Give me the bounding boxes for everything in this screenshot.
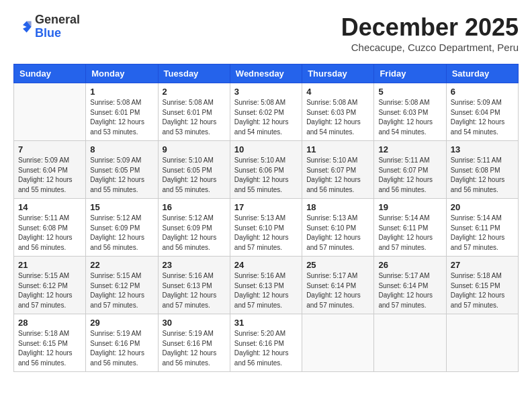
calendar-cell: 9Sunrise: 5:10 AM Sunset: 6:05 PM Daylig…: [158, 141, 230, 199]
calendar-cell: [302, 314, 374, 372]
cell-info: Sunrise: 5:14 AM Sunset: 6:11 PM Dayligh…: [451, 214, 514, 253]
day-number: 3: [234, 87, 298, 97]
cell-info: Sunrise: 5:08 AM Sunset: 6:03 PM Dayligh…: [378, 98, 441, 137]
calendar-cell: 11Sunrise: 5:10 AM Sunset: 6:07 PM Dayli…: [302, 141, 374, 199]
calendar-cell: [374, 314, 446, 372]
cell-info: Sunrise: 5:10 AM Sunset: 6:05 PM Dayligh…: [163, 156, 226, 195]
day-number: 19: [378, 202, 441, 212]
cell-info: Sunrise: 5:15 AM Sunset: 6:12 PM Dayligh…: [90, 271, 153, 310]
cell-info: Sunrise: 5:15 AM Sunset: 6:12 PM Dayligh…: [18, 271, 81, 310]
column-header-tuesday: Tuesday: [158, 64, 230, 83]
day-number: 14: [18, 202, 81, 212]
cell-info: Sunrise: 5:11 AM Sunset: 6:08 PM Dayligh…: [18, 214, 81, 253]
day-number: 22: [90, 260, 153, 270]
calendar-week-row: 28Sunrise: 5:18 AM Sunset: 6:15 PM Dayli…: [14, 314, 519, 372]
cell-info: Sunrise: 5:08 AM Sunset: 6:03 PM Dayligh…: [306, 98, 369, 137]
cell-info: Sunrise: 5:13 AM Sunset: 6:10 PM Dayligh…: [306, 214, 369, 253]
day-number: 15: [90, 202, 153, 212]
calendar-cell: 8Sunrise: 5:09 AM Sunset: 6:05 PM Daylig…: [86, 141, 158, 199]
cell-info: Sunrise: 5:17 AM Sunset: 6:14 PM Dayligh…: [378, 271, 441, 310]
calendar-cell: 12Sunrise: 5:11 AM Sunset: 6:07 PM Dayli…: [374, 141, 446, 199]
column-header-monday: Monday: [86, 64, 158, 83]
cell-info: Sunrise: 5:18 AM Sunset: 6:15 PM Dayligh…: [451, 271, 514, 310]
calendar-cell: 2Sunrise: 5:08 AM Sunset: 6:01 PM Daylig…: [158, 83, 230, 141]
cell-info: Sunrise: 5:09 AM Sunset: 6:04 PM Dayligh…: [451, 98, 514, 137]
day-number: 11: [306, 144, 369, 154]
day-number: 2: [163, 87, 226, 97]
calendar-cell: 18Sunrise: 5:13 AM Sunset: 6:10 PM Dayli…: [302, 199, 374, 257]
cell-info: Sunrise: 5:17 AM Sunset: 6:14 PM Dayligh…: [306, 271, 369, 310]
day-number: 24: [234, 260, 298, 270]
cell-info: Sunrise: 5:08 AM Sunset: 6:01 PM Dayligh…: [163, 98, 226, 137]
cell-info: Sunrise: 5:13 AM Sunset: 6:10 PM Dayligh…: [234, 214, 298, 253]
day-number: 16: [163, 202, 226, 212]
day-number: 4: [306, 87, 369, 97]
cell-info: Sunrise: 5:19 AM Sunset: 6:16 PM Dayligh…: [163, 329, 226, 368]
page-header: General Blue December 2025 Checacupe, Cu…: [13, 13, 519, 53]
calendar-week-row: 14Sunrise: 5:11 AM Sunset: 6:08 PM Dayli…: [14, 199, 519, 257]
day-number: 26: [378, 260, 441, 270]
column-header-sunday: Sunday: [14, 64, 86, 83]
day-number: 9: [163, 144, 226, 154]
cell-info: Sunrise: 5:12 AM Sunset: 6:09 PM Dayligh…: [163, 214, 226, 253]
calendar-cell: 3Sunrise: 5:08 AM Sunset: 6:02 PM Daylig…: [230, 83, 302, 141]
day-number: 27: [451, 260, 514, 270]
calendar-cell: 15Sunrise: 5:12 AM Sunset: 6:09 PM Dayli…: [86, 199, 158, 257]
calendar-cell: 25Sunrise: 5:17 AM Sunset: 6:14 PM Dayli…: [302, 257, 374, 314]
calendar-cell: 5Sunrise: 5:08 AM Sunset: 6:03 PM Daylig…: [374, 83, 446, 141]
calendar-cell: 17Sunrise: 5:13 AM Sunset: 6:10 PM Dayli…: [230, 199, 302, 257]
cell-info: Sunrise: 5:12 AM Sunset: 6:09 PM Dayligh…: [90, 214, 153, 253]
calendar-week-row: 21Sunrise: 5:15 AM Sunset: 6:12 PM Dayli…: [14, 257, 519, 314]
calendar-cell: 16Sunrise: 5:12 AM Sunset: 6:09 PM Dayli…: [158, 199, 230, 257]
column-header-friday: Friday: [374, 64, 446, 83]
cell-info: Sunrise: 5:16 AM Sunset: 6:13 PM Dayligh…: [163, 271, 226, 310]
day-number: 5: [378, 87, 441, 97]
day-number: 17: [234, 202, 298, 212]
month-title: December 2025: [341, 13, 519, 42]
day-number: 30: [163, 318, 226, 328]
day-number: 12: [378, 144, 441, 154]
day-number: 21: [18, 260, 81, 270]
column-header-saturday: Saturday: [446, 64, 518, 83]
cell-info: Sunrise: 5:09 AM Sunset: 6:05 PM Dayligh…: [90, 156, 153, 195]
day-number: 1: [90, 87, 153, 97]
day-number: 7: [18, 144, 81, 154]
column-header-wednesday: Wednesday: [230, 64, 302, 83]
calendar-cell: 7Sunrise: 5:09 AM Sunset: 6:04 PM Daylig…: [14, 141, 86, 199]
cell-info: Sunrise: 5:14 AM Sunset: 6:11 PM Dayligh…: [378, 214, 441, 253]
day-number: 20: [451, 202, 514, 212]
cell-info: Sunrise: 5:18 AM Sunset: 6:15 PM Dayligh…: [18, 329, 81, 368]
calendar-cell: 4Sunrise: 5:08 AM Sunset: 6:03 PM Daylig…: [302, 83, 374, 141]
calendar-cell: 10Sunrise: 5:10 AM Sunset: 6:06 PM Dayli…: [230, 141, 302, 199]
cell-info: Sunrise: 5:20 AM Sunset: 6:16 PM Dayligh…: [234, 329, 298, 368]
logo-blue-text: Blue: [35, 27, 80, 40]
calendar-cell: 26Sunrise: 5:17 AM Sunset: 6:14 PM Dayli…: [374, 257, 446, 314]
calendar-cell: 31Sunrise: 5:20 AM Sunset: 6:16 PM Dayli…: [230, 314, 302, 372]
cell-info: Sunrise: 5:08 AM Sunset: 6:01 PM Dayligh…: [90, 98, 153, 137]
cell-info: Sunrise: 5:08 AM Sunset: 6:02 PM Dayligh…: [234, 98, 298, 137]
day-number: 31: [234, 318, 298, 328]
title-area: December 2025 Checacupe, Cuzco Departmen…: [341, 13, 519, 53]
calendar-cell: [14, 83, 86, 141]
calendar-week-row: 1Sunrise: 5:08 AM Sunset: 6:01 PM Daylig…: [14, 83, 519, 141]
calendar-cell: 6Sunrise: 5:09 AM Sunset: 6:04 PM Daylig…: [446, 83, 518, 141]
calendar-table: SundayMondayTuesdayWednesdayThursdayFrid…: [13, 64, 519, 372]
day-number: 13: [451, 144, 514, 154]
cell-info: Sunrise: 5:19 AM Sunset: 6:16 PM Dayligh…: [90, 329, 153, 368]
cell-info: Sunrise: 5:11 AM Sunset: 6:07 PM Dayligh…: [378, 156, 441, 195]
day-number: 25: [306, 260, 369, 270]
cell-info: Sunrise: 5:09 AM Sunset: 6:04 PM Dayligh…: [18, 156, 81, 195]
cell-info: Sunrise: 5:10 AM Sunset: 6:06 PM Dayligh…: [234, 156, 298, 195]
calendar-cell: 22Sunrise: 5:15 AM Sunset: 6:12 PM Dayli…: [86, 257, 158, 314]
calendar-cell: [446, 314, 518, 372]
cell-info: Sunrise: 5:10 AM Sunset: 6:07 PM Dayligh…: [306, 156, 369, 195]
calendar-cell: 30Sunrise: 5:19 AM Sunset: 6:16 PM Dayli…: [158, 314, 230, 372]
calendar-cell: 13Sunrise: 5:11 AM Sunset: 6:08 PM Dayli…: [446, 141, 518, 199]
calendar-week-row: 7Sunrise: 5:09 AM Sunset: 6:04 PM Daylig…: [14, 141, 519, 199]
day-number: 10: [234, 144, 298, 154]
calendar-cell: 19Sunrise: 5:14 AM Sunset: 6:11 PM Dayli…: [374, 199, 446, 257]
cell-info: Sunrise: 5:16 AM Sunset: 6:13 PM Dayligh…: [234, 271, 298, 310]
logo-general-text: General: [35, 13, 80, 27]
calendar-cell: 1Sunrise: 5:08 AM Sunset: 6:01 PM Daylig…: [86, 83, 158, 141]
day-number: 18: [306, 202, 369, 212]
